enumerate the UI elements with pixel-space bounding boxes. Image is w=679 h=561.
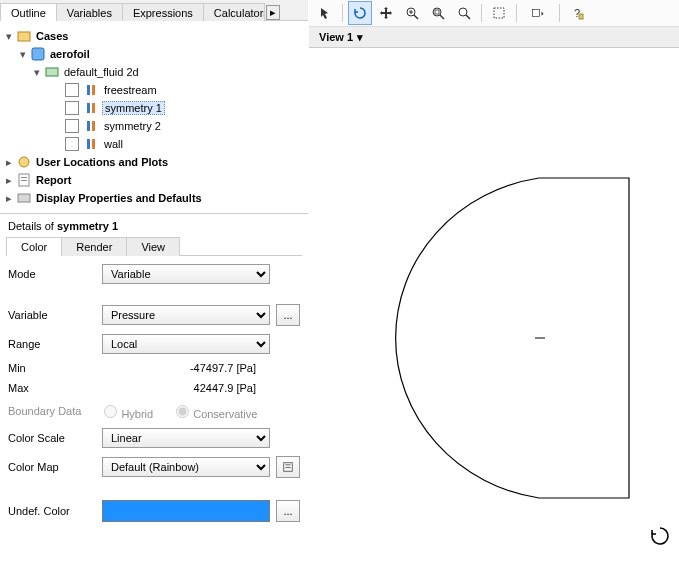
checkbox-freestream[interactable]: [65, 83, 79, 97]
radio-hybrid[interactable]: Hybrid: [99, 402, 153, 420]
boundary-data-row: Boundary Data Hybrid Conservative: [8, 402, 300, 420]
chevron-right-icon[interactable]: ▸: [4, 192, 14, 205]
viewport-toolbar: ?: [309, 0, 679, 27]
max-row: Max 42447.9 [Pa]: [8, 382, 300, 394]
tab-outline[interactable]: Outline: [0, 3, 57, 21]
svg-rect-28: [494, 8, 504, 18]
chevron-down-icon: ▾: [357, 31, 363, 44]
label-range: Range: [8, 338, 96, 350]
viewport[interactable]: [309, 48, 679, 561]
svg-point-11: [19, 157, 29, 167]
shading-button[interactable]: [522, 1, 554, 25]
variable-more-button[interactable]: ...: [276, 304, 300, 326]
boundary-icon: [85, 83, 99, 97]
min-row: Min -47497.7 [Pa]: [8, 362, 300, 374]
subtab-view[interactable]: View: [126, 237, 180, 256]
label-boundary-data: Boundary Data: [8, 405, 81, 417]
highlight-button[interactable]: [487, 1, 511, 25]
tree-node-aerofoil[interactable]: ▾ aerofoil: [4, 45, 304, 63]
svg-line-24: [440, 15, 444, 19]
svg-rect-5: [87, 103, 90, 113]
svg-rect-3: [87, 85, 90, 95]
label-color-map: Color Map: [8, 461, 96, 473]
chevron-right-icon[interactable]: ▸: [4, 156, 14, 169]
rotate-tool-button[interactable]: [348, 1, 372, 25]
svg-rect-31: [579, 14, 583, 19]
tab-variables[interactable]: Variables: [56, 3, 123, 21]
tree-node-symmetry-1[interactable]: symmetry 1: [4, 99, 304, 117]
svg-rect-8: [92, 121, 95, 131]
help-button[interactable]: ?: [565, 1, 589, 25]
label-max: Max: [8, 382, 96, 394]
radio-conservative[interactable]: Conservative: [171, 402, 257, 420]
checkbox-symmetry-2[interactable]: [65, 119, 79, 133]
svg-rect-1: [32, 48, 44, 60]
top-tabs: Outline Variables Expressions Calculator…: [0, 0, 308, 21]
undef-color-more-button[interactable]: ...: [276, 500, 300, 522]
tabs-scroll-right[interactable]: ▸: [266, 5, 280, 20]
pan-tool-button[interactable]: [374, 1, 398, 25]
outline-tree: ▾ Cases ▾ aerofoil ▾ default_fluid 2d fr…: [0, 21, 308, 214]
checkbox-wall[interactable]: [65, 137, 79, 151]
report-icon: [17, 173, 31, 187]
tree-node-report[interactable]: ▸ Report: [4, 171, 304, 189]
boundary-icon: [85, 101, 99, 115]
label-color-scale: Color Scale: [8, 432, 96, 444]
checkbox-symmetry-1[interactable]: [65, 101, 79, 115]
svg-line-27: [466, 15, 470, 19]
select-tool-button[interactable]: [313, 1, 337, 25]
view-tab-bar: View 1 ▾: [309, 27, 679, 48]
case-icon: [31, 47, 45, 61]
color-scale-select[interactable]: Linear: [102, 428, 270, 448]
label-undef-color: Undef. Color: [8, 505, 96, 517]
svg-rect-10: [92, 139, 95, 149]
zoom-in-button[interactable]: [400, 1, 424, 25]
svg-rect-6: [92, 103, 95, 113]
svg-rect-13: [21, 177, 27, 178]
fit-view-button[interactable]: [452, 1, 476, 25]
display-props-icon: [17, 191, 31, 205]
svg-point-26: [459, 8, 467, 16]
view-tab-1[interactable]: View 1 ▾: [313, 29, 369, 46]
svg-rect-29: [532, 10, 539, 17]
min-value: -47497.7 [Pa]: [96, 362, 300, 374]
boundary-icon: [85, 137, 99, 151]
subtab-render[interactable]: Render: [61, 237, 127, 256]
tree-node-cases[interactable]: ▾ Cases: [4, 27, 304, 45]
svg-rect-14: [21, 180, 27, 181]
svg-rect-9: [87, 139, 90, 149]
tree-node-wall[interactable]: wall: [4, 135, 304, 153]
color-map-edit-button[interactable]: [276, 456, 300, 478]
max-value: 42447.9 [Pa]: [96, 382, 300, 394]
svg-rect-2: [46, 68, 58, 76]
svg-rect-25: [435, 10, 439, 14]
mode-select[interactable]: Variable: [102, 264, 270, 284]
chevron-down-icon[interactable]: ▾: [18, 48, 28, 61]
svg-point-23: [433, 8, 441, 16]
tree-node-display-props[interactable]: ▸ Display Properties and Defaults: [4, 189, 304, 207]
svg-rect-15: [18, 194, 30, 202]
color-map-select[interactable]: Default (Rainbow): [102, 457, 270, 477]
label-min: Min: [8, 362, 96, 374]
label-mode: Mode: [8, 268, 96, 280]
undef-color-swatch[interactable]: [102, 500, 270, 522]
chevron-down-icon[interactable]: ▾: [32, 66, 42, 79]
variable-select[interactable]: Pressure: [102, 305, 270, 325]
tree-node-freestream[interactable]: freestream: [4, 81, 304, 99]
locations-icon: [17, 155, 31, 169]
subtab-color[interactable]: Color: [6, 237, 62, 256]
details-form: Mode Variable Variable Pressure ... Rang…: [0, 256, 308, 522]
zoom-box-button[interactable]: [426, 1, 450, 25]
domain-outline-shape: [359, 168, 639, 508]
tree-node-default-fluid[interactable]: ▾ default_fluid 2d: [4, 63, 304, 81]
tree-node-symmetry-2[interactable]: symmetry 2: [4, 117, 304, 135]
svg-rect-17: [285, 464, 290, 465]
details-tabs: Color Render View: [6, 236, 302, 256]
tab-expressions[interactable]: Expressions: [122, 3, 204, 21]
range-select[interactable]: Local: [102, 334, 270, 354]
chevron-right-icon[interactable]: ▸: [4, 174, 14, 187]
tree-node-user-locations[interactable]: ▸ User Locations and Plots: [4, 153, 304, 171]
details-title: Details of symmetry 1: [0, 214, 308, 236]
chevron-down-icon[interactable]: ▾: [4, 30, 14, 43]
tab-calculators[interactable]: Calculators: [203, 3, 265, 21]
